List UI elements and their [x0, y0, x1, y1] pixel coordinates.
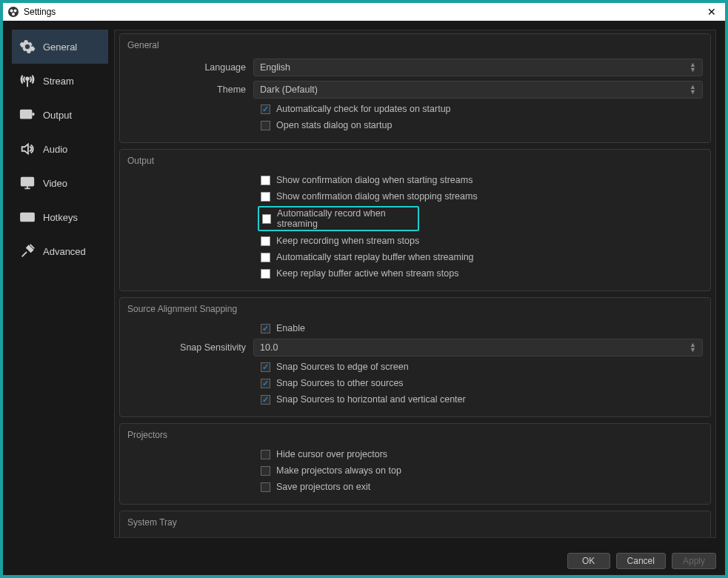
group-title: Projectors — [127, 430, 703, 440]
row-keep-recording: Keep recording when stream stops — [261, 233, 703, 249]
window-title: Settings — [24, 7, 56, 17]
row-snap-other: ✓ Snap Sources to other sources — [261, 375, 703, 391]
hide-cursor-checkbox[interactable] — [261, 450, 270, 459]
auto-replay-checkbox[interactable] — [261, 253, 270, 262]
updown-icon: ▲▼ — [689, 342, 696, 353]
sidebar-item-hotkeys[interactable]: Hotkeys — [12, 200, 108, 234]
sidebar-item-label: Output — [43, 110, 72, 121]
svg-point-3 — [12, 13, 15, 16]
auto-record-label[interactable]: Automatically record when streaming — [277, 208, 415, 229]
group-snapping: Source Alignment Snapping ✓ Enable Snap … — [119, 297, 711, 417]
svg-point-2 — [14, 10, 17, 13]
snap-center-checkbox[interactable]: ✓ — [261, 395, 270, 405]
sidebar-item-label: Advanced — [43, 246, 86, 257]
sidebar-item-video[interactable]: Video — [12, 166, 108, 200]
updown-icon: ▲▼ — [689, 84, 696, 95]
sidebar: General Stream Output Audio — [12, 30, 108, 538]
output-icon — [19, 107, 36, 123]
sidebar-item-advanced[interactable]: Advanced — [12, 234, 108, 268]
snap-sensitivity-input[interactable]: 10.0 ▲▼ — [253, 339, 703, 356]
row-always-top: Make projectors always on top — [261, 462, 703, 479]
sidebar-item-label: Audio — [43, 144, 67, 155]
row-snap-center: ✓ Snap Sources to horizontal and vertica… — [261, 391, 703, 408]
save-exit-checkbox[interactable] — [261, 482, 270, 492]
settings-dialog: Settings ✕ General Stream Output — [3, 3, 725, 575]
open-stats-label[interactable]: Open stats dialog on startup — [276, 120, 392, 130]
row-save-exit: Save projectors on exit — [261, 479, 703, 495]
hide-cursor-label[interactable]: Hide cursor over projectors — [276, 449, 387, 459]
snap-other-checkbox[interactable]: ✓ — [261, 379, 270, 388]
app-icon — [7, 6, 19, 18]
keep-recording-label[interactable]: Keep recording when stream stops — [276, 236, 419, 246]
svg-point-1 — [10, 10, 13, 13]
group-projectors: Projectors Hide cursor over projectors M… — [119, 423, 711, 505]
auto-record-checkbox[interactable] — [262, 214, 271, 224]
row-confirm-stop: Show confirmation dialog when stopping s… — [261, 188, 703, 205]
svg-rect-6 — [21, 178, 34, 186]
content-area: General Stream Output Audio — [3, 21, 725, 547]
row-open-stats: Open stats dialog on startup — [261, 117, 703, 133]
auto-update-checkbox[interactable]: ✓ — [261, 104, 270, 114]
titlebar: Settings ✕ — [3, 3, 725, 21]
confirm-stop-label[interactable]: Show confirmation dialog when stopping s… — [276, 191, 478, 202]
row-systray-enable: ✓ Enable — [261, 534, 703, 538]
group-title: System Tray — [127, 517, 703, 528]
snap-edge-checkbox[interactable]: ✓ — [261, 362, 270, 372]
snap-enable-label[interactable]: Enable — [276, 323, 305, 333]
theme-select[interactable]: Dark (Default) ▲▼ — [253, 81, 703, 99]
apply-button[interactable]: Apply — [672, 553, 716, 569]
snap-center-label[interactable]: Snap Sources to horizontal and vertical … — [276, 394, 466, 405]
confirm-start-checkbox[interactable] — [261, 176, 270, 185]
sidebar-item-output[interactable]: Output — [12, 98, 108, 132]
close-button[interactable]: ✕ — [703, 6, 721, 18]
group-title: Output — [127, 156, 703, 166]
language-select[interactable]: English ▲▼ — [253, 59, 703, 76]
updown-icon: ▲▼ — [689, 62, 696, 73]
open-stats-checkbox[interactable] — [261, 121, 270, 130]
theme-label: Theme — [127, 84, 253, 95]
snap-enable-checkbox[interactable]: ✓ — [261, 324, 270, 333]
snap-sensitivity-label: Snap Sensitivity — [127, 342, 253, 353]
sidebar-item-label: Stream — [43, 76, 74, 87]
sidebar-item-stream[interactable]: Stream — [12, 64, 108, 98]
speaker-icon — [19, 141, 36, 157]
row-language: Language English ▲▼ — [127, 56, 703, 79]
keyboard-icon — [19, 209, 36, 225]
cancel-button[interactable]: Cancel — [616, 553, 666, 569]
always-top-label[interactable]: Make projectors always on top — [276, 465, 401, 476]
row-snap-sensitivity: Snap Sensitivity 10.0 ▲▼ — [127, 336, 703, 359]
keep-recording-checkbox[interactable] — [261, 236, 270, 246]
group-systray: System Tray ✓ Enable Minimize to system … — [119, 511, 711, 538]
snap-edge-label[interactable]: Snap Sources to edge of screen — [276, 362, 409, 372]
dialog-footer: OK Cancel Apply — [3, 547, 725, 575]
row-snap-enable: ✓ Enable — [261, 320, 703, 336]
gear-icon — [19, 39, 36, 55]
sidebar-item-general[interactable]: General — [12, 30, 108, 64]
systray-enable-label[interactable]: Enable — [276, 537, 305, 538]
auto-update-label[interactable]: Automatically check for updates on start… — [276, 104, 451, 114]
settings-main[interactable]: General Language English ▲▼ Theme Dark — [114, 30, 716, 538]
confirm-stop-checkbox[interactable] — [261, 192, 270, 202]
auto-replay-label[interactable]: Automatically start replay buffer when s… — [276, 252, 474, 262]
snap-other-label[interactable]: Snap Sources to other sources — [276, 378, 404, 388]
row-hide-cursor: Hide cursor over projectors — [261, 446, 703, 462]
confirm-start-label[interactable]: Show confirmation dialog when starting s… — [276, 175, 472, 185]
keep-replay-label[interactable]: Keep replay buffer active when stream st… — [276, 268, 458, 279]
save-exit-label[interactable]: Save projectors on exit — [276, 482, 370, 492]
sidebar-item-label: Hotkeys — [43, 212, 78, 223]
row-confirm-start: Show confirmation dialog when starting s… — [261, 172, 703, 188]
systray-enable-checkbox[interactable]: ✓ — [261, 537, 270, 539]
group-output: Output Show confirmation dialog when sta… — [119, 149, 711, 291]
keep-replay-checkbox[interactable] — [261, 269, 270, 279]
language-value: English — [260, 62, 290, 73]
group-title: General — [127, 40, 703, 50]
language-label: Language — [127, 62, 253, 73]
ok-button[interactable]: OK — [567, 553, 610, 569]
antenna-icon — [19, 73, 36, 89]
row-snap-edge: ✓ Snap Sources to edge of screen — [261, 359, 703, 375]
snap-sensitivity-value: 10.0 — [260, 342, 278, 353]
always-top-checkbox[interactable] — [261, 466, 270, 476]
svg-rect-5 — [21, 110, 32, 119]
sidebar-item-audio[interactable]: Audio — [12, 132, 108, 166]
group-general: General Language English ▲▼ Theme Dark — [119, 33, 711, 143]
